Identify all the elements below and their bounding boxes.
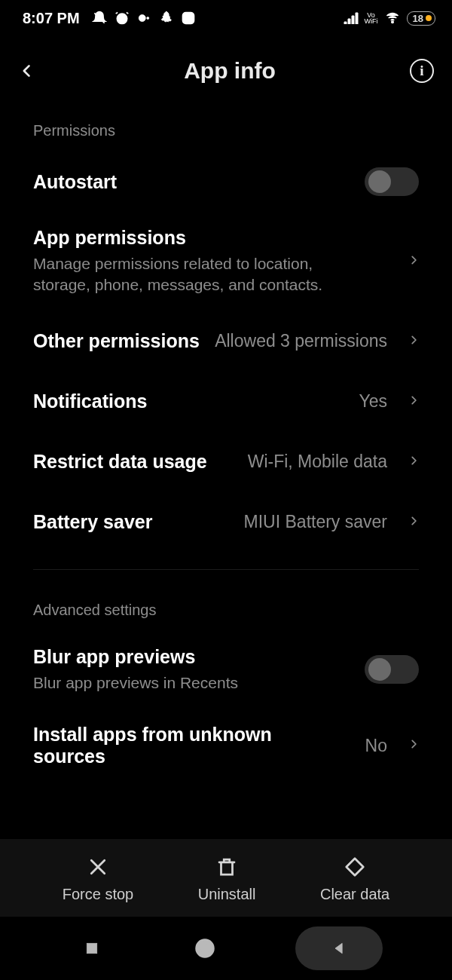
label-autostart: Autostart	[33, 171, 351, 193]
clock-time: 8:07 PM	[23, 10, 80, 27]
row-app-permissions[interactable]: App permissions Manage permissions relat…	[0, 212, 452, 311]
row-notifications[interactable]: Notifications Yes	[0, 372, 452, 432]
section-advanced: Advanced settings	[0, 586, 452, 631]
label-restrict-data: Restrict data usage	[33, 451, 234, 473]
label-battery-saver: Battery saver	[33, 511, 231, 533]
svg-point-9	[200, 944, 210, 954]
force-stop-label: Force stop	[63, 886, 133, 903]
label-notifications: Notifications	[33, 390, 345, 412]
snapchat-icon	[158, 11, 173, 26]
info-button[interactable]: i	[410, 59, 434, 83]
nav-home-button[interactable]	[182, 932, 228, 965]
row-blur-previews[interactable]: Blur app previews Blur app previews in R…	[0, 631, 452, 709]
chevron-right-icon	[408, 736, 419, 755]
value-install-unknown: No	[365, 736, 387, 756]
clear-data-button[interactable]: Clear data	[320, 856, 389, 903]
value-notifications: Yes	[359, 391, 387, 412]
chevron-right-icon	[408, 392, 419, 412]
chevron-right-icon	[408, 513, 419, 532]
force-stop-button[interactable]: Force stop	[63, 856, 133, 903]
svg-point-1	[139, 15, 145, 22]
nav-recent-button[interactable]	[69, 932, 115, 965]
svg-point-5	[191, 14, 192, 16]
page-title: App info	[184, 58, 276, 84]
chevron-right-icon	[408, 452, 419, 472]
wifi-icon	[384, 11, 401, 25]
svg-point-4	[185, 16, 191, 21]
label-other-permissions: Other permissions	[33, 330, 201, 352]
value-battery-saver: MIUI Battery saver	[244, 512, 387, 532]
content-scroll: Permissions Autostart App permissions Ma…	[0, 107, 452, 933]
back-button[interactable]	[20, 56, 50, 86]
uninstall-button[interactable]: Uninstall	[198, 856, 256, 903]
dot-icon	[137, 11, 151, 25]
row-install-unknown[interactable]: Install apps from unknown sources No	[0, 709, 452, 782]
alarm-icon	[115, 11, 130, 26]
header-bar: App info i	[0, 35, 452, 107]
section-divider	[33, 569, 419, 570]
toggle-autostart[interactable]	[365, 167, 419, 196]
instagram-icon	[181, 11, 196, 26]
row-restrict-data[interactable]: Restrict data usage Wi-Fi, Mobile data	[0, 432, 452, 492]
vowifi-icon: Vo WiFi	[365, 12, 378, 24]
section-permissions: Permissions	[0, 107, 452, 152]
clear-data-label: Clear data	[320, 886, 389, 903]
svg-point-6	[391, 21, 392, 23]
label-blur-previews: Blur app previews	[33, 646, 351, 668]
status-bar: 8:07 PM Vo WiFi	[0, 0, 452, 35]
do-not-disturb-icon	[92, 11, 107, 26]
value-restrict-data: Wi-Fi, Mobile data	[248, 452, 387, 472]
chevron-right-icon	[408, 252, 419, 271]
sub-blur-previews: Blur app previews in Recents	[33, 672, 351, 694]
svg-rect-7	[87, 943, 96, 953]
chevron-right-icon	[408, 332, 419, 351]
row-other-permissions[interactable]: Other permissions Allowed 3 permissions	[0, 311, 452, 372]
value-other-permissions: Allowed 3 permissions	[215, 330, 387, 352]
signal-icon	[344, 12, 359, 24]
row-autostart[interactable]: Autostart	[0, 152, 452, 212]
action-bar: Force stop Uninstall Clear data	[0, 839, 452, 917]
uninstall-label: Uninstall	[198, 886, 256, 903]
toggle-blur-previews[interactable]	[365, 655, 419, 684]
row-battery-saver[interactable]: Battery saver MIUI Battery saver	[0, 492, 452, 553]
sub-app-permissions: Manage permissions related to location, …	[33, 253, 365, 296]
label-app-permissions: App permissions	[33, 227, 387, 249]
svg-point-2	[146, 17, 148, 20]
system-nav-bar	[0, 917, 452, 980]
battery-indicator: 18	[407, 11, 435, 26]
label-install-unknown: Install apps from unknown sources	[33, 724, 282, 767]
nav-back-button[interactable]	[295, 926, 383, 970]
